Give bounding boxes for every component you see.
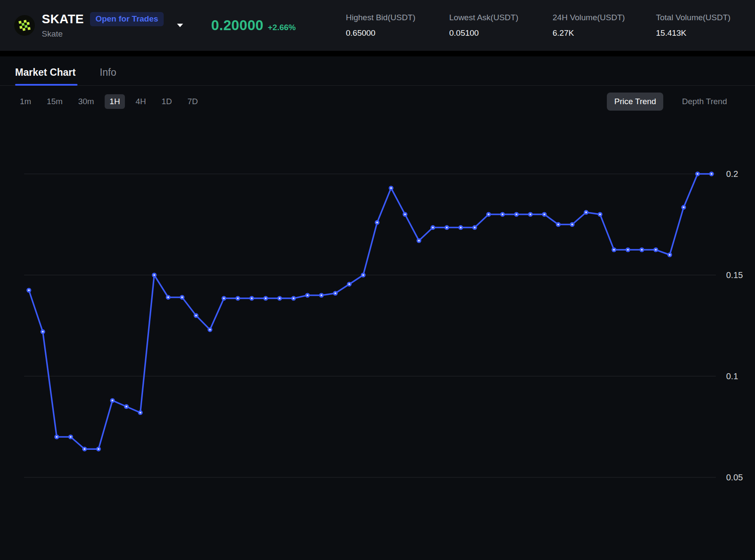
- data-point-center: [223, 297, 225, 299]
- data-point-center: [418, 240, 420, 241]
- data-point-center: [544, 213, 545, 215]
- data-point-center: [474, 226, 475, 228]
- trend-toggle: Price Trend Depth Trend: [607, 93, 734, 111]
- chart-controls: 1m 15m 30m 1H 4H 1D 7D Price Trend Depth…: [0, 92, 755, 111]
- timeframe-15m[interactable]: 15m: [42, 94, 67, 109]
- market-chart-panel: Market Chart Info 1m 15m 30m 1H 4H 1D 7D…: [0, 56, 755, 560]
- data-point-center: [98, 448, 99, 450]
- data-point-center: [348, 283, 350, 285]
- data-point-center: [335, 292, 336, 294]
- tab-label: Market Chart: [15, 67, 76, 78]
- price-trend-button[interactable]: Price Trend: [607, 93, 663, 111]
- data-point-center: [502, 213, 503, 215]
- stat-lowest-ask: Lowest Ask(USDT) 0.05100: [449, 13, 535, 38]
- data-point-center: [376, 222, 378, 223]
- data-point-center: [446, 226, 447, 228]
- skate-logo-icon: [14, 15, 35, 36]
- data-point-center: [460, 226, 462, 228]
- data-point-center: [529, 213, 531, 215]
- data-point-center: [488, 213, 489, 215]
- price-chart-area: 0.20.150.10.05: [0, 116, 755, 560]
- stat-label: Highest Bid(USDT): [346, 13, 432, 22]
- data-point-center: [251, 297, 252, 299]
- data-point-center: [516, 213, 517, 215]
- data-point-center: [181, 297, 183, 298]
- price-block: 0.20000 +2.66%: [211, 17, 295, 34]
- stat-value: 0.65000: [346, 28, 432, 38]
- stat-24h-volume: 24H Volume(USDT) 6.27K: [553, 13, 639, 38]
- data-point-center: [655, 249, 657, 251]
- data-point-center: [432, 226, 434, 228]
- y-axis-label: 0.1: [726, 371, 738, 381]
- market-header: SKATE Open for Trades Skate 0.20000 +2.6…: [0, 0, 755, 51]
- timeframe-30m[interactable]: 30m: [73, 94, 99, 109]
- stat-total-volume: Total Volume(USDT) 15.413K: [656, 13, 742, 38]
- data-point-center: [585, 211, 587, 213]
- data-point-center: [320, 294, 322, 296]
- token-symbol: SKATE: [42, 12, 84, 26]
- data-point-center: [362, 274, 364, 276]
- data-point-center: [237, 297, 239, 299]
- stat-highest-bid: Highest Bid(USDT) 0.65000: [346, 13, 432, 38]
- price-line: [29, 174, 712, 449]
- data-point-center: [56, 436, 58, 438]
- data-point-center: [307, 294, 308, 296]
- timeframe-1m[interactable]: 1m: [15, 94, 36, 109]
- status-badge: Open for Trades: [90, 12, 164, 26]
- data-point-center: [613, 249, 615, 251]
- data-point-center: [279, 297, 280, 299]
- tab-label: Info: [100, 67, 116, 78]
- depth-trend-button[interactable]: Depth Trend: [674, 93, 734, 111]
- data-point-center: [125, 405, 127, 407]
- price-line-chart[interactable]: 0.20.150.10.05: [0, 116, 755, 560]
- stat-label: 24H Volume(USDT): [553, 13, 639, 22]
- timeframe-4h[interactable]: 4H: [131, 94, 151, 109]
- timeframe-selector: 1m 15m 30m 1H 4H 1D 7D: [15, 94, 203, 109]
- tab-market-chart[interactable]: Market Chart: [15, 67, 76, 85]
- data-point-center: [571, 223, 573, 225]
- tab-bar: Market Chart Info: [0, 56, 755, 86]
- data-point-center: [167, 297, 169, 298]
- data-point-center: [697, 173, 699, 175]
- token-logo: [14, 15, 35, 36]
- stat-value: 15.413K: [656, 28, 742, 38]
- data-point-center: [404, 213, 406, 215]
- stat-value: 0.05100: [449, 28, 535, 38]
- data-point-center: [84, 448, 85, 450]
- data-point-center: [627, 249, 629, 251]
- data-point-center: [265, 297, 267, 299]
- stat-label: Total Volume(USDT): [656, 13, 742, 22]
- data-point-center: [599, 213, 601, 215]
- data-point-center: [641, 249, 643, 251]
- pair-selector-dropdown[interactable]: [177, 23, 183, 28]
- data-point-center: [70, 436, 71, 438]
- y-axis-label: 0.2: [726, 169, 738, 179]
- data-point-center: [42, 331, 43, 333]
- y-axis-label: 0.15: [726, 270, 743, 280]
- data-point-center: [711, 173, 712, 175]
- data-point-center: [112, 399, 113, 401]
- timeframe-1d[interactable]: 1D: [157, 94, 177, 109]
- data-point-center: [28, 289, 30, 291]
- data-point-center: [209, 329, 211, 331]
- data-point-center: [292, 297, 294, 299]
- data-point-center: [153, 274, 155, 276]
- last-price: 0.20000: [211, 17, 263, 34]
- data-point-center: [683, 206, 684, 208]
- data-point-center: [390, 187, 392, 189]
- token-name-block: SKATE Open for Trades Skate: [42, 12, 164, 39]
- data-point-center: [557, 223, 559, 225]
- timeframe-1h[interactable]: 1H: [105, 94, 124, 109]
- price-change: +2.66%: [268, 23, 296, 32]
- data-point-center: [669, 254, 671, 256]
- market-stats: Highest Bid(USDT) 0.65000 Lowest Ask(USD…: [346, 13, 744, 38]
- data-point-center: [140, 412, 141, 414]
- stat-label: Lowest Ask(USDT): [449, 13, 535, 22]
- timeframe-7d[interactable]: 7D: [183, 94, 202, 109]
- tab-info[interactable]: Info: [100, 67, 116, 85]
- data-point-center: [195, 315, 197, 316]
- chevron-down-icon: [177, 23, 183, 28]
- stat-value: 6.27K: [553, 28, 639, 38]
- token-name: Skate: [42, 29, 164, 39]
- y-axis-label: 0.05: [726, 473, 743, 482]
